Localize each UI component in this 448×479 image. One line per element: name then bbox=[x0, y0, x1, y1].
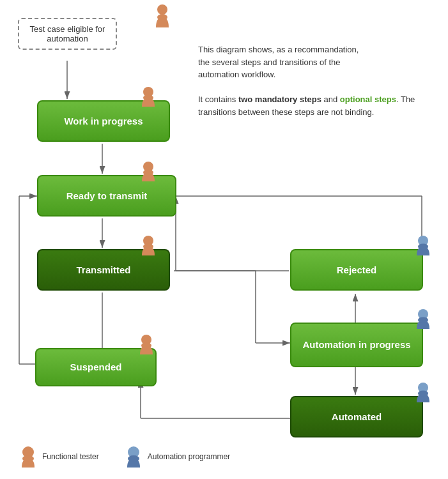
svg-point-40 bbox=[128, 455, 139, 462]
diagram-container: Test case eligible for automation Work i… bbox=[0, 0, 448, 479]
svg-point-34 bbox=[141, 343, 151, 349]
person-icon-aip bbox=[414, 308, 432, 329]
legend-functional-tester: Functional tester bbox=[19, 446, 99, 468]
svg-point-32 bbox=[418, 317, 428, 323]
description-text: This diagram shows, as a recommandation,… bbox=[198, 43, 428, 118]
automation-in-progress-node: Automation in progress bbox=[290, 323, 423, 367]
person-icon-wip bbox=[139, 86, 157, 107]
automated-node: Automated bbox=[290, 396, 423, 437]
svg-point-38 bbox=[22, 455, 34, 462]
svg-point-36 bbox=[418, 391, 428, 397]
svg-point-22 bbox=[157, 14, 167, 20]
rejected-node: Rejected bbox=[290, 249, 423, 291]
functional-tester-icon bbox=[19, 446, 37, 468]
legend: Functional tester Automation programmer bbox=[19, 446, 230, 468]
person-icon-trans bbox=[139, 235, 157, 255]
person-icon-suspended bbox=[137, 334, 155, 354]
person-icon-automated bbox=[414, 382, 432, 402]
svg-point-30 bbox=[418, 244, 428, 250]
svg-point-24 bbox=[143, 95, 153, 101]
automation-programmer-icon bbox=[125, 446, 143, 468]
person-icon-rejected bbox=[414, 235, 432, 255]
person-icon-start bbox=[153, 3, 171, 27]
svg-point-21 bbox=[157, 4, 167, 15]
start-box: Test case eligible for automation bbox=[18, 18, 117, 50]
person-icon-rtt bbox=[139, 161, 157, 181]
legend-automation-programmer: Automation programmer bbox=[125, 446, 230, 468]
svg-point-28 bbox=[143, 244, 153, 250]
svg-point-26 bbox=[143, 170, 153, 176]
start-label: Test case eligible for automation bbox=[30, 24, 105, 43]
